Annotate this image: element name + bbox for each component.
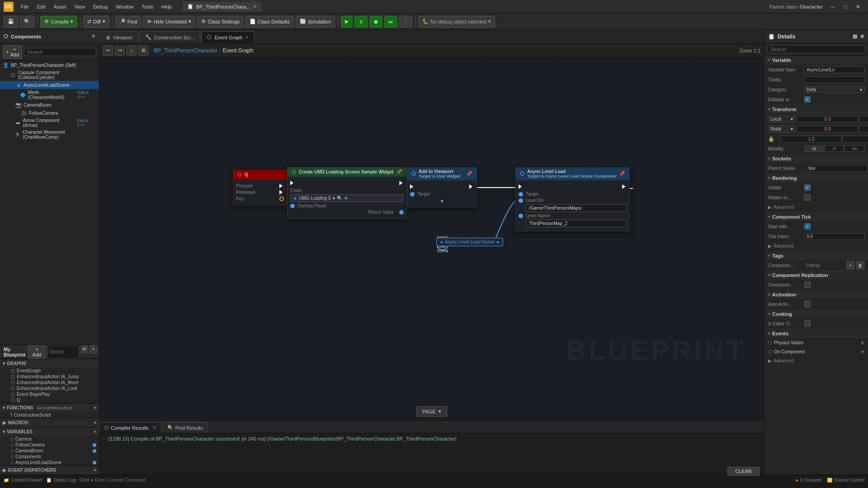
q-pressed-out-pin[interactable] xyxy=(279,184,284,188)
macros-section[interactable]: ▶ MACROS + xyxy=(0,418,99,427)
clear-button[interactable]: CLEAR xyxy=(727,467,760,476)
diff-button[interactable]: ⇄ Diff ▾ xyxy=(83,16,109,28)
details-search-input[interactable] xyxy=(767,45,865,53)
viewport-pin-button[interactable]: 📌 xyxy=(466,171,472,177)
transform-section-header[interactable]: ▾ Transform xyxy=(764,105,868,114)
tags-add-button[interactable]: + xyxy=(846,261,854,269)
mobility-static[interactable]: St xyxy=(804,145,824,152)
tree-item-arrow[interactable]: ➡ Arrow Component (Arrow) Edit in C++ xyxy=(0,117,99,129)
variable-name-input[interactable] xyxy=(804,66,864,73)
event-dispatchers-section[interactable]: ▶ EVENT DISPATCHERS + xyxy=(0,465,99,474)
umg-exec-in-icon[interactable] xyxy=(290,181,295,185)
tab-find-results[interactable]: 🔍 Find Results xyxy=(162,422,208,433)
visible-checkbox[interactable] xyxy=(804,184,811,191)
nav-forward-button[interactable]: ↪ xyxy=(115,46,125,56)
graph-iajump[interactable]: ⬡ EnhancedInputAction IA_Jump xyxy=(0,374,99,380)
tick-interval-input[interactable] xyxy=(804,233,864,240)
nav-back-button[interactable]: ↩ xyxy=(103,46,113,56)
tree-item-async[interactable]: ◈ AsyncLevelLoadScene xyxy=(0,81,99,89)
editable-checkbox[interactable] xyxy=(804,96,811,103)
rendering-section-header[interactable]: ▾ Rendering xyxy=(764,174,868,183)
var-components[interactable]: □ Components xyxy=(0,454,99,460)
main-tab[interactable]: 📋 BP_ThirdPersonChara... ✕ xyxy=(183,2,261,11)
var-cameraboom[interactable]: □ CameraBoom xyxy=(0,448,99,454)
graph-eventgraph[interactable]: ⬡ EventGraph xyxy=(0,368,99,374)
details-grid-view-button[interactable]: ⊞ xyxy=(853,33,857,40)
function-construction[interactable]: f ConstructionScript xyxy=(0,412,99,418)
blueprint-search-input[interactable] xyxy=(47,345,79,359)
tab-close-button[interactable]: ✕ xyxy=(253,4,257,9)
tree-item-followcamera[interactable]: 🎥 FollowCamera xyxy=(0,109,99,117)
parent-socket-input[interactable] xyxy=(806,165,868,172)
al-exec-in-icon[interactable] xyxy=(519,184,523,189)
event-component-add[interactable]: + xyxy=(861,348,864,355)
component-rep-checkbox[interactable] xyxy=(804,282,811,288)
rot-y-input[interactable] xyxy=(859,126,868,132)
class-settings-button[interactable]: ⚙ Class Settings xyxy=(197,16,243,28)
tree-item-movement[interactable]: 🏃 Character Movement (CharMoveComp) xyxy=(0,129,99,141)
tags-section-header[interactable]: ▾ Tags xyxy=(764,251,868,260)
source-control-item[interactable]: 🔀 Source Control xyxy=(827,478,864,483)
tree-item-mesh[interactable]: 🔷 Mesh (CharacterMesh0) Edit in C++ xyxy=(0,89,99,101)
menu-help[interactable]: Help xyxy=(158,2,175,11)
tree-item-cameraboom[interactable]: 📷 CameraBoom xyxy=(0,101,99,109)
auto-activate-checkbox[interactable] xyxy=(804,301,811,307)
add-viewport-node[interactable]: ⬡ Add to Viewport Target is User Widget … xyxy=(407,167,477,207)
compiler-tab-close[interactable]: ✕ xyxy=(152,425,156,431)
umg-class-dropdown[interactable]: ◈ UMG Loading S ▾ 🔍 ✕ xyxy=(290,194,404,202)
stop-button[interactable]: ⏹ xyxy=(369,16,382,28)
vp-target-icon[interactable] xyxy=(410,192,415,197)
activation-header[interactable]: ▾ Activation xyxy=(764,290,868,299)
al-levelname-icon[interactable] xyxy=(519,214,523,218)
async-scene-box[interactable]: ● Async Level Load Scene ● xyxy=(436,238,503,246)
grid-button[interactable]: ⊞ xyxy=(138,46,148,56)
blueprint-settings-button[interactable]: ⚙ xyxy=(81,345,88,353)
variables-section[interactable]: ▾ VARIABLES + xyxy=(0,427,99,436)
loc-x-input[interactable] xyxy=(797,116,858,122)
content-drawer-item[interactable]: 📁 Content Drawer xyxy=(4,478,42,483)
al-exec-out-icon[interactable] xyxy=(622,184,627,189)
events-header[interactable]: ▾ Events xyxy=(764,329,868,338)
functions-add-button[interactable]: + xyxy=(94,405,96,410)
menu-view[interactable]: View xyxy=(71,2,89,11)
al-target-icon[interactable] xyxy=(519,192,523,197)
step-button[interactable]: ⏭ xyxy=(384,16,397,28)
menu-file[interactable]: File xyxy=(17,2,33,11)
vp-exec-out-icon[interactable] xyxy=(469,184,474,189)
more-button[interactable]: ⋮ xyxy=(399,16,412,28)
nav-home-button[interactable]: ⌂ xyxy=(127,46,137,56)
graph-iamove[interactable]: ⬡ EnhancedInputAction IA_Move xyxy=(0,380,99,385)
var-camera[interactable]: □ Camera xyxy=(0,436,99,442)
add-blueprint-button[interactable]: + Add xyxy=(28,345,45,359)
find-button[interactable]: 🔎 Find xyxy=(115,16,141,28)
tooltip-input[interactable] xyxy=(804,76,864,83)
create-umg-pin-button[interactable]: 📌 xyxy=(396,169,402,175)
cmd-input[interactable] xyxy=(95,478,185,483)
breadcrumb-root[interactable]: BP_ThirdPersonCharacter xyxy=(154,47,217,54)
add-component-button[interactable]: + + Add xyxy=(3,45,22,59)
variable-section-header[interactable]: ▾ Variable xyxy=(764,56,868,65)
vp-exec-in-icon[interactable] xyxy=(410,184,415,189)
output-log-item[interactable]: 📋 Output Log xyxy=(46,478,75,483)
details-close-button[interactable]: ✕ xyxy=(860,33,864,40)
q-node[interactable]: ⬡ Q Pressed Released Key xyxy=(233,170,287,206)
pause-button[interactable]: ⏸ xyxy=(354,16,368,28)
save-button[interactable]: 💾 xyxy=(4,16,18,28)
edit-arrow-link[interactable]: Edit in C++ xyxy=(77,118,96,127)
sockets-section-header[interactable]: ▾ Sockets xyxy=(764,154,868,163)
location-type-dropdown[interactable]: Local ▾ xyxy=(768,116,795,122)
var-asynclevel[interactable]: □ AsyncLevelLoadScene xyxy=(0,460,99,465)
umg-clear-icon[interactable]: ✕ xyxy=(344,196,348,201)
async-level-node[interactable]: ⬡ Async Level Load Target is Async Level… xyxy=(515,167,630,231)
graph-q[interactable]: ⬡ Q xyxy=(0,397,99,403)
hide-unrelated-button[interactable]: 👁 Hide Unrelated ▾ xyxy=(143,16,195,28)
component-search-input[interactable] xyxy=(24,48,96,56)
async-level-pin-button[interactable]: 📌 xyxy=(619,171,625,177)
tags-remove-button[interactable]: 🗑 xyxy=(856,261,864,269)
menu-edit[interactable]: Edit xyxy=(33,2,49,11)
graphs-section[interactable]: ▾ GRAPHS xyxy=(0,359,99,368)
al-leveldir-value[interactable]: /Game/ThirdPerson/Maps/ xyxy=(526,204,627,212)
vp-dropdown[interactable]: ▾ xyxy=(410,198,474,204)
mobility-stationary[interactable]: St xyxy=(825,145,844,152)
al-levelname-value[interactable]: ThirdPersonMap_2 xyxy=(526,220,627,227)
